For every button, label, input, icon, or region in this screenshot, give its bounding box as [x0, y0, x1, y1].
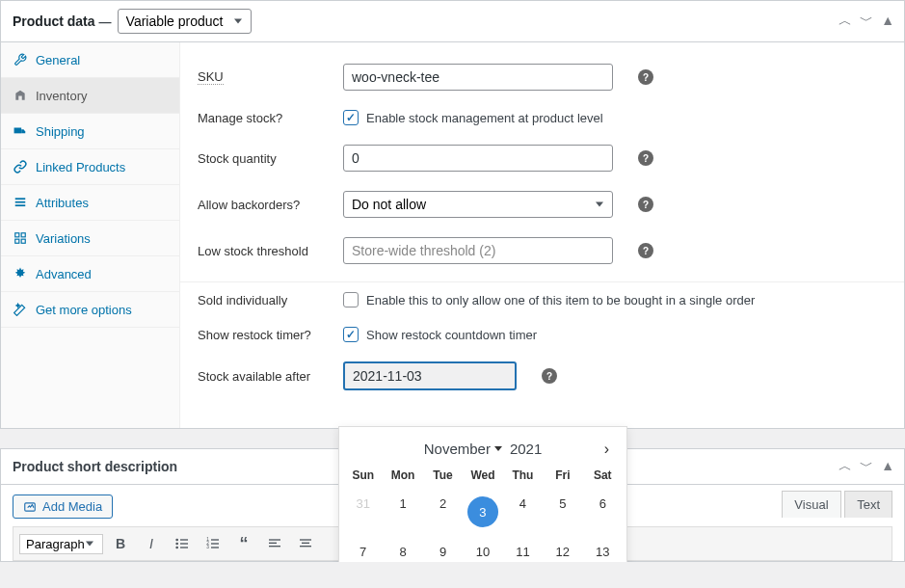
text-tab-button[interactable]: Text — [844, 491, 892, 518]
manage-stock-text: Enable stock management at product level — [366, 111, 603, 125]
sku-input[interactable] — [343, 64, 613, 91]
datepicker-day[interactable]: 10 — [463, 536, 502, 562]
sold-individually-label: Sold individually — [198, 293, 287, 307]
datepicker-day[interactable]: 13 — [583, 536, 623, 562]
svg-rect-3 — [15, 204, 26, 206]
stock-qty-label: Stock quantity — [198, 151, 277, 166]
panel-move-down-icon[interactable]: ﹀ — [860, 458, 873, 475]
product-data-panel: Product data — Variable product ︿ ﹀ ▲ Ge… — [0, 0, 905, 429]
manage-stock-label: Manage stock? — [198, 111, 282, 125]
number-list-button[interactable]: 123 — [200, 531, 226, 556]
datepicker-day-prev[interactable]: 31 — [343, 488, 383, 536]
datepicker-dow: Tue — [423, 463, 463, 488]
align-left-button[interactable] — [261, 531, 288, 556]
stock-qty-input[interactable] — [343, 145, 613, 172]
datepicker-day[interactable]: 4 — [503, 488, 543, 536]
tab-variations[interactable]: Variations — [1, 221, 179, 255]
svg-rect-23 — [269, 543, 277, 544]
datepicker-day[interactable]: 11 — [503, 536, 543, 562]
media-icon — [23, 500, 37, 514]
svg-rect-19 — [211, 543, 219, 544]
datepicker-day[interactable]: 3 — [463, 488, 502, 536]
add-media-button[interactable]: Add Media — [13, 494, 113, 519]
svg-rect-22 — [269, 539, 280, 540]
panel-move-down-icon[interactable]: ﹀ — [860, 13, 873, 30]
svg-rect-7 — [21, 239, 25, 243]
datepicker-dow: Sat — [583, 463, 623, 488]
datepicker-dow: Fri — [543, 463, 582, 488]
panel-move-up-icon[interactable]: ︿ — [838, 13, 852, 30]
backorders-label: Allow backorders? — [198, 198, 300, 212]
tab-general[interactable]: General — [1, 42, 179, 77]
wrench-icon — [13, 52, 28, 67]
sku-label: SKU — [198, 69, 224, 85]
panel-collapse-icon[interactable]: ▲ — [881, 458, 894, 475]
tab-linked-products[interactable]: Linked Products — [1, 149, 179, 184]
help-icon[interactable]: ? — [542, 368, 557, 384]
datepicker-day[interactable]: 2 — [423, 488, 463, 536]
svg-rect-21 — [211, 547, 219, 548]
datepicker-year[interactable]: 2021 — [510, 441, 542, 457]
quote-button[interactable]: “ — [230, 531, 257, 556]
svg-rect-4 — [15, 233, 19, 237]
svg-rect-13 — [180, 543, 188, 544]
datepicker-dow: Mon — [383, 463, 422, 488]
align-center-button[interactable] — [292, 531, 319, 556]
tab-advanced[interactable]: Advanced — [1, 256, 179, 291]
sold-individually-checkbox[interactable] — [343, 292, 359, 307]
sold-individually-text: Enable this to only allow one of this it… — [366, 293, 755, 307]
restock-timer-text: Show restock countdown timer — [366, 328, 537, 342]
link-icon — [13, 159, 28, 174]
svg-rect-0 — [14, 128, 22, 134]
datepicker-day[interactable]: 1 — [383, 488, 422, 536]
format-select[interactable]: Paragraph — [19, 534, 103, 554]
gear-icon — [13, 266, 28, 281]
tab-inventory[interactable]: Inventory — [1, 78, 179, 113]
svg-point-14 — [175, 547, 178, 549]
italic-button[interactable]: I — [138, 531, 165, 556]
datepicker-day[interactable]: 6 — [583, 488, 623, 536]
datepicker-day[interactable]: 5 — [543, 488, 582, 536]
available-after-label: Stock available after — [198, 369, 310, 384]
datepicker-dow: Sun — [343, 463, 383, 488]
restock-timer-checkbox[interactable] — [343, 327, 359, 342]
tab-attributes[interactable]: Attributes — [1, 185, 179, 220]
truck-icon — [13, 123, 28, 139]
panel-header: Product data — Variable product ︿ ﹀ ▲ — [1, 1, 904, 42]
svg-rect-1 — [15, 198, 26, 200]
datepicker-month-select[interactable]: November — [424, 441, 502, 457]
bold-button[interactable]: B — [107, 531, 134, 556]
visual-tab-button[interactable]: Visual — [782, 491, 840, 518]
datepicker-day[interactable]: 9 — [423, 536, 463, 562]
product-type-select[interactable]: Variable product — [118, 9, 252, 34]
panel-title: Product data — [13, 13, 95, 29]
svg-rect-15 — [180, 547, 188, 548]
svg-rect-2 — [15, 201, 26, 203]
panel-collapse-icon[interactable]: ▲ — [881, 13, 894, 30]
datepicker-next-icon[interactable]: › — [604, 441, 609, 458]
svg-point-10 — [175, 539, 178, 542]
svg-rect-25 — [300, 539, 311, 540]
help-icon[interactable]: ? — [638, 150, 653, 166]
svg-rect-6 — [15, 239, 19, 243]
product-tabs: General Inventory Shipping Linked Produc… — [1, 42, 180, 428]
manage-stock-checkbox[interactable] — [343, 110, 359, 125]
panel-move-up-icon[interactable]: ︿ — [838, 458, 852, 475]
svg-rect-11 — [180, 539, 188, 540]
datepicker-day[interactable]: 12 — [543, 536, 582, 562]
available-after-input[interactable] — [343, 361, 517, 390]
tab-shipping[interactable]: Shipping — [1, 114, 179, 148]
help-icon[interactable]: ? — [638, 243, 653, 258]
svg-rect-5 — [21, 233, 25, 237]
datepicker-dow: Thu — [503, 463, 543, 488]
datepicker-day[interactable]: 7 — [343, 536, 383, 562]
tab-more-options[interactable]: Get more options — [1, 292, 179, 327]
low-stock-input[interactable] — [343, 237, 613, 264]
low-stock-label: Low stock threshold — [198, 244, 308, 258]
svg-point-12 — [175, 543, 178, 546]
bullet-list-button[interactable] — [169, 531, 196, 556]
datepicker-day[interactable]: 8 — [383, 536, 422, 562]
backorders-select[interactable]: Do not allow — [343, 191, 613, 218]
help-icon[interactable]: ? — [638, 69, 653, 85]
help-icon[interactable]: ? — [638, 197, 653, 212]
